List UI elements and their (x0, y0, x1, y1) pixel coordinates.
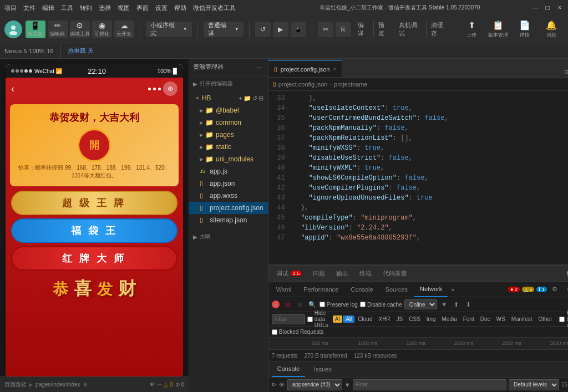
menu-settings[interactable]: 设置 (155, 4, 168, 12)
play-btn[interactable]: ▶ (273, 22, 288, 37)
menu-goto[interactable]: 转到 (80, 4, 92, 12)
filter-xhr-btn[interactable]: XHR (376, 315, 393, 323)
hot-reload-toggle[interactable]: 热重载 关 (68, 47, 94, 55)
refresh-explorer-icon[interactable]: ↺ (252, 95, 257, 102)
service-selector[interactable]: appservice (#3) (287, 379, 342, 390)
mode-dropdown[interactable]: 小程序模式 ▼ (146, 22, 192, 37)
menu-project[interactable]: 项目 (4, 4, 17, 12)
devtools-tab-issues[interactable]: 问题 (307, 266, 331, 281)
preserve-log-check[interactable]: Preserve log (320, 302, 358, 308)
menu-edit[interactable]: 编辑 (42, 4, 54, 12)
file-project-config[interactable]: {} project.config.json (189, 202, 268, 214)
back-icon[interactable]: ‹ (11, 83, 14, 95)
editor-btn[interactable]: ✏ 编辑器 (48, 21, 68, 38)
compile-dropdown[interactable]: 普通编译 ▼ (204, 22, 244, 37)
filter-doc-btn[interactable]: Doc (478, 315, 493, 323)
menu-interface[interactable]: 界面 (136, 4, 149, 12)
level-red-button[interactable]: 红 牌 大 师 (11, 246, 178, 271)
filter-css-btn[interactable]: CSS (406, 315, 423, 323)
open-button[interactable]: 開 (78, 129, 111, 162)
filter-manifest-btn[interactable]: Manifest (509, 315, 535, 323)
inner-tab-wxml[interactable]: Wxml (271, 282, 297, 297)
filter-font-btn[interactable]: Font (460, 315, 477, 323)
explorer-more-btn[interactable]: ··· (255, 63, 263, 72)
folder-babel[interactable]: ▶ 📁 @babel (189, 104, 268, 116)
collapse-all-icon[interactable]: ⊟ (258, 95, 263, 102)
open-editors-header[interactable]: ▶ 打开的编辑器 (189, 78, 268, 90)
more-icon[interactable]: ··· (157, 381, 161, 388)
simulator-btn[interactable]: 📱 模拟器 (26, 21, 45, 38)
network-filter-input[interactable] (272, 314, 305, 324)
breadcrumb-key[interactable]: projectname (334, 81, 368, 88)
blocked-requests-check[interactable]: Blocked Requests (272, 329, 324, 335)
folder-common[interactable]: ▶ 📁 common (189, 116, 268, 129)
menu-help[interactable]: 帮助 (174, 4, 186, 12)
upload-button[interactable]: ⬆ 上传 (459, 18, 484, 40)
file-sitemap[interactable]: {} sitemap.json (189, 214, 268, 226)
filter-toggle-btn[interactable]: ▽ (295, 299, 305, 309)
menu-bar[interactable]: 项目 文件 编辑 工具 转到 选择 视图 界面 设置 帮助 微信开发者工具 (4, 4, 268, 12)
preserve-log-checkbox[interactable] (320, 302, 325, 307)
export-btn[interactable]: ⬇ (464, 299, 474, 309)
phone-btn[interactable]: 📱 (291, 22, 306, 37)
menu-wechat-tools[interactable]: 微信开发者工具 (193, 4, 236, 12)
search-btn[interactable]: 🔍 (307, 299, 317, 309)
filter-img-btn[interactable]: Img (424, 315, 439, 323)
user-avatar[interactable] (4, 21, 22, 38)
filter-js-btn[interactable]: JS (394, 315, 406, 323)
code-content[interactable]: }, "useIsolateContext": true, "userConfi… (288, 91, 568, 264)
eye-toggle[interactable]: 👁 (279, 381, 285, 388)
filter-cloud-btn[interactable]: Cloud (355, 315, 375, 323)
tab-close-btn[interactable]: × (333, 66, 336, 72)
issues-tab[interactable]: Issues (308, 362, 337, 377)
folder-static[interactable]: ▶ 📁 static (189, 141, 268, 153)
more-tabs-btn[interactable]: » (451, 286, 454, 293)
device-selector[interactable]: Nexus 5 100% 16 (4, 48, 54, 54)
devtools-tab-output[interactable]: 输出 (331, 266, 354, 281)
inner-tab-sources[interactable]: Sources (380, 282, 413, 297)
dropdown-arrow[interactable]: ▼ (344, 381, 351, 388)
throttling-select[interactable]: Online (404, 299, 437, 309)
console-filter-input[interactable] (353, 379, 506, 390)
close-button[interactable]: × (556, 4, 564, 12)
message-button[interactable]: 🔔 消息 (539, 18, 564, 40)
menu-tools[interactable]: 工具 (61, 4, 73, 12)
details-button[interactable]: 📄 详情 (513, 18, 537, 40)
copy-path-icon[interactable]: ⎘ (84, 381, 87, 388)
clear-btn[interactable]: ⊘ (283, 299, 293, 309)
add-folder-icon[interactable]: 📁 (244, 95, 251, 102)
level-gold-button[interactable]: 超 级 王 牌 (11, 191, 178, 215)
copy-btn[interactable]: ⎘ (336, 22, 351, 37)
throttle-settings-btn[interactable]: ▼ (439, 299, 449, 309)
folder-uni-modules[interactable]: ▶ 📁 uni_modules (189, 153, 268, 165)
menu-view[interactable]: 视图 (118, 4, 130, 12)
refresh-btn[interactable]: ↺ (255, 22, 271, 37)
network-more-btn[interactable]: ⋮ (562, 284, 568, 295)
menu-select[interactable]: 选择 (99, 4, 111, 12)
da-shao-header[interactable]: ▶ 大哨 (189, 231, 268, 243)
devtools-tab-quality[interactable]: 代码质量 (377, 266, 413, 281)
maximize-button[interactable]: □ (544, 4, 551, 12)
log-level-select[interactable]: Default levels (509, 379, 559, 390)
more-menu[interactable] (148, 88, 161, 90)
visualize-btn[interactable]: ◉ 可视化 (92, 21, 112, 38)
filter-ws-btn[interactable]: WS (494, 315, 508, 323)
window-controls[interactable]: — □ × (531, 4, 564, 12)
cloud-btn[interactable]: ☁ 云开发 (114, 21, 134, 38)
version-manage-button[interactable]: 📋 版本管理 (486, 18, 510, 40)
filter-all-btn[interactable]: All (343, 315, 354, 323)
filter-media-btn[interactable]: Media (439, 315, 460, 323)
filter-other-btn[interactable]: Other (535, 315, 555, 323)
tab-project-config[interactable]: {} project.config.json × (268, 60, 343, 77)
folder-pages[interactable]: ▶ 📁 pages (189, 129, 268, 141)
minimize-button[interactable]: — (531, 4, 539, 12)
level-blue-button[interactable]: 福 袋 王 (11, 218, 178, 243)
console-tab[interactable]: Console (272, 362, 305, 377)
has-blocked-check[interactable]: Has blocked cookies (559, 310, 568, 328)
disable-cache-checkbox[interactable] (360, 302, 366, 307)
devtools-tab-debug[interactable]: 调试 2.5 (271, 266, 308, 281)
has-blocked-checkbox[interactable] (559, 317, 565, 322)
split-editor-btn[interactable]: ⧉ (561, 66, 568, 77)
file-app-wxss[interactable]: {} app.wxss (189, 190, 268, 202)
menu-file[interactable]: 文件 (23, 4, 36, 12)
